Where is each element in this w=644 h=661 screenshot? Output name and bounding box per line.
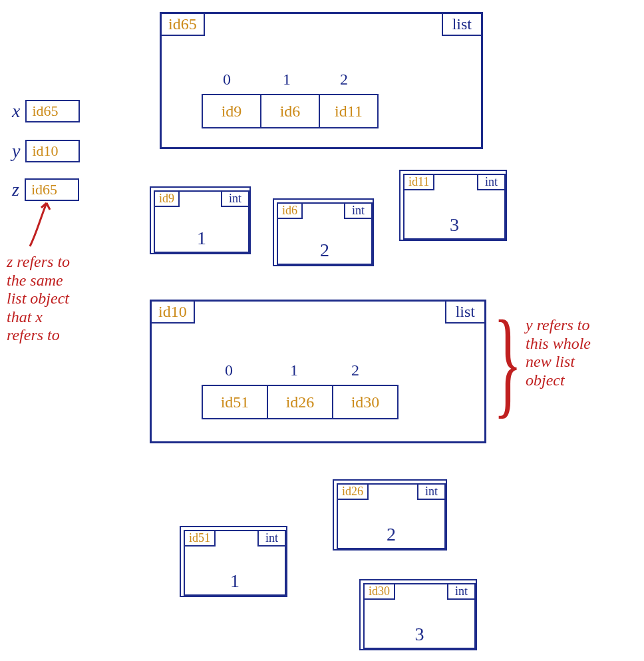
var-y-ref: id10 bbox=[25, 140, 80, 162]
object-int-id30: id30 int 3 bbox=[359, 579, 477, 650]
int-id: id30 bbox=[363, 583, 395, 600]
list10-cells: id51 id26 id30 bbox=[202, 385, 399, 419]
int-value: 1 bbox=[155, 228, 248, 249]
int-type: int bbox=[447, 583, 476, 600]
int-id: id26 bbox=[337, 483, 369, 500]
list10-cell-1: id26 bbox=[267, 385, 333, 419]
list10-index-1: 1 bbox=[290, 361, 298, 379]
object-type-tag: list bbox=[445, 300, 486, 324]
arrow-z-to-note bbox=[27, 200, 67, 253]
annotation-z: z refers to the same list object that x … bbox=[7, 253, 70, 345]
var-z-ref: id65 bbox=[25, 178, 79, 201]
int-id: id6 bbox=[277, 202, 303, 219]
int-id: id51 bbox=[184, 530, 216, 547]
object-id-tag: id10 bbox=[150, 300, 195, 324]
list65-index-2: 2 bbox=[340, 71, 348, 89]
list10-cell-2: id30 bbox=[333, 385, 399, 419]
list10-index-2: 2 bbox=[351, 361, 359, 379]
object-int-id11: id11 int 3 bbox=[399, 170, 507, 241]
list65-cells: id9 id6 id11 bbox=[202, 94, 379, 128]
int-value: 2 bbox=[338, 524, 444, 545]
object-list-id10: id10 list 0 1 2 id51 id26 id30 bbox=[150, 300, 486, 443]
brace-icon: } bbox=[494, 303, 522, 423]
var-y-row: y id10 bbox=[12, 140, 80, 162]
int-type: int bbox=[221, 190, 249, 207]
object-int-id26: id26 int 2 bbox=[333, 479, 447, 551]
list65-cell-0: id9 bbox=[202, 94, 261, 128]
int-value: 1 bbox=[185, 570, 285, 592]
var-x-name: x bbox=[12, 101, 20, 122]
int-id: id9 bbox=[154, 190, 180, 207]
annotation-y: y refers to this whole new list object bbox=[526, 316, 591, 389]
int-value: 2 bbox=[278, 240, 371, 261]
int-value: 3 bbox=[404, 214, 504, 236]
list10-index-0: 0 bbox=[225, 361, 233, 379]
object-type-tag: list bbox=[442, 13, 482, 36]
var-z-name: z bbox=[12, 179, 19, 200]
list65-cell-1: id6 bbox=[261, 94, 319, 128]
list65-cell-2: id11 bbox=[319, 94, 379, 128]
var-y-name: y bbox=[12, 140, 20, 162]
object-int-id6: id6 int 2 bbox=[273, 198, 374, 266]
var-x-ref: id65 bbox=[25, 100, 80, 122]
list10-cell-0: id51 bbox=[202, 385, 267, 419]
object-list-id65: id65 list 0 1 2 id9 id6 id11 bbox=[160, 12, 483, 149]
list65-index-0: 0 bbox=[223, 71, 231, 89]
int-value: 3 bbox=[365, 624, 474, 645]
int-type: int bbox=[417, 483, 446, 500]
var-x-row: x id65 bbox=[12, 100, 80, 122]
var-z-row: z id65 bbox=[12, 178, 79, 201]
object-id-tag: id65 bbox=[160, 13, 205, 36]
int-type: int bbox=[257, 530, 286, 547]
list65-index-1: 1 bbox=[283, 71, 291, 89]
int-type: int bbox=[344, 202, 373, 219]
int-id: id11 bbox=[403, 174, 434, 190]
object-int-id9: id9 int 1 bbox=[150, 186, 251, 254]
int-type: int bbox=[477, 174, 506, 190]
object-int-id51: id51 int 1 bbox=[180, 526, 287, 597]
